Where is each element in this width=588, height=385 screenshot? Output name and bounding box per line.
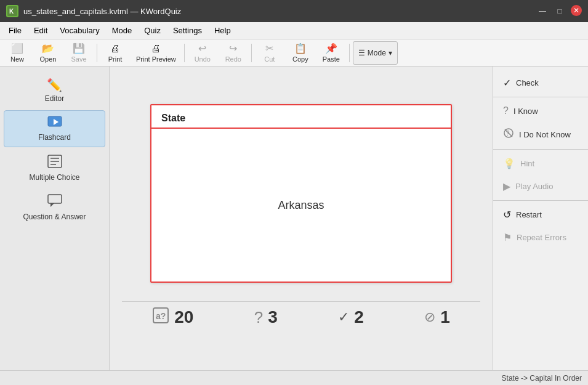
center-area: State Arkansas a? 20 ? 3 ✓ — [110, 67, 493, 370]
window-controls: — □ ✕ — [536, 5, 582, 17]
status-wrong: ⊘ 1 — [424, 307, 450, 327]
multiple-choice-icon — [47, 155, 62, 171]
save-label: Save — [71, 55, 86, 63]
wrong-icon: ⊘ — [424, 309, 435, 325]
sidebar-item-flashcard-label: Flashcard — [38, 133, 71, 142]
toolbar: ⬜ New 📂 Open 💾 Save 🖨 Print 🖨 Print Prev… — [0, 39, 588, 67]
menu-settings[interactable]: Settings — [167, 23, 208, 38]
menu-help[interactable]: Help — [208, 23, 237, 38]
toolbar-separator-3 — [251, 44, 252, 62]
copy-button[interactable]: 📋 Copy — [286, 41, 315, 65]
sidebar: ✏️ Editor Flashcard Multiple Cho — [0, 67, 110, 370]
correct-icon: ✓ — [338, 309, 349, 325]
copy-icon: 📋 — [294, 43, 307, 54]
print-icon: 🖨 — [110, 43, 120, 54]
sidebar-item-multiple-choice[interactable]: Multiple Choice — [4, 150, 105, 187]
right-panel: ✓ Check ? I Know ? I Do Not Know 💡 Hint … — [493, 67, 588, 370]
menu-vocabulary[interactable]: Vocabulary — [54, 23, 105, 38]
menu-file[interactable]: File — [2, 23, 28, 38]
right-separator-3 — [493, 200, 588, 201]
bottom-bar: State -> Capital In Order — [0, 370, 588, 385]
status-unknown: ? 3 — [254, 307, 278, 327]
undo-icon: ↩ — [198, 43, 206, 54]
print-preview-label: Print Preview — [136, 55, 176, 63]
app-icon: K — [6, 5, 18, 17]
menubar: File Edit Vocabulary Mode Quiz Settings … — [0, 22, 588, 39]
correct-count: 2 — [354, 307, 364, 327]
play-audio-icon: ▶ — [503, 180, 510, 192]
print-preview-button[interactable]: 🖨 Print Preview — [131, 41, 181, 65]
check-icon: ✓ — [503, 77, 511, 89]
menu-edit[interactable]: Edit — [28, 23, 54, 38]
print-preview-icon: 🖨 — [151, 43, 161, 54]
play-audio-button[interactable]: ▶ Play Audio — [496, 176, 586, 197]
repeat-errors-button[interactable]: ⚑ Repeat Errors — [496, 227, 586, 248]
svg-rect-8 — [48, 195, 62, 203]
right-separator-1 — [493, 97, 588, 97]
i-do-not-know-button[interactable]: ? I Do Not Know — [496, 123, 586, 146]
i-do-not-know-icon: ? — [503, 128, 514, 141]
restart-icon: ↺ — [503, 209, 511, 221]
hint-button[interactable]: 💡 Hint — [496, 153, 586, 174]
check-label: Check — [516, 78, 539, 87]
sidebar-item-flashcard[interactable]: Flashcard — [4, 110, 105, 147]
main-content: ✏️ Editor Flashcard Multiple Cho — [0, 67, 588, 370]
flashcard-content: Arkansas — [278, 199, 324, 212]
paste-button[interactable]: 📌 Paste — [316, 41, 346, 65]
mode-button[interactable]: ☰ Mode ▾ — [353, 41, 398, 65]
restart-label: Restart — [516, 210, 542, 219]
sidebar-item-multiple-choice-label: Multiple Choice — [29, 173, 79, 182]
flashcard-icon — [47, 116, 62, 131]
open-label: Open — [40, 55, 57, 63]
svg-marker-9 — [50, 203, 54, 207]
qa-icon — [47, 194, 62, 211]
menu-mode[interactable]: Mode — [106, 23, 139, 38]
i-know-label: I Know — [513, 107, 538, 116]
maximize-button[interactable]: □ — [554, 5, 566, 17]
svg-text:a?: a? — [156, 311, 166, 321]
svg-text:K: K — [9, 8, 14, 15]
flashcard-body: Arkansas — [151, 129, 451, 282]
repeat-errors-icon: ⚑ — [503, 232, 512, 243]
redo-button[interactable]: ↪ Redo — [219, 41, 248, 65]
close-button[interactable]: ✕ — [571, 5, 582, 16]
redo-icon: ↪ — [229, 43, 237, 54]
bottom-status-text: State -> Capital In Order — [502, 374, 582, 383]
status-strip: a? 20 ? 3 ✓ 2 ⊘ 1 — [122, 301, 480, 333]
hint-label: Hint — [520, 159, 534, 168]
undo-label: Undo — [195, 55, 211, 63]
restart-button[interactable]: ↺ Restart — [496, 204, 586, 225]
sidebar-item-qa[interactable]: Question & Answer — [4, 189, 105, 226]
i-know-button[interactable]: ? I Know — [496, 100, 586, 121]
paste-label: Paste — [323, 55, 340, 63]
copy-label: Copy — [292, 55, 308, 63]
mode-label: Mode — [368, 49, 386, 57]
sidebar-item-editor[interactable]: ✏️ Editor — [4, 73, 105, 108]
save-button[interactable]: 💾 Save — [64, 41, 94, 65]
undo-button[interactable]: ↩ Undo — [188, 41, 217, 65]
minimize-button[interactable]: — — [536, 5, 549, 17]
cut-label: Cut — [264, 55, 275, 63]
i-know-icon: ? — [503, 105, 509, 116]
sidebar-item-qa-label: Question & Answer — [23, 213, 86, 221]
wrong-count: 1 — [440, 307, 450, 327]
open-button[interactable]: 📂 Open — [33, 41, 63, 65]
mode-icon: ☰ — [358, 49, 365, 57]
menu-quiz[interactable]: Quiz — [138, 23, 167, 38]
repeat-errors-label: Repeat Errors — [517, 233, 566, 242]
right-separator-2 — [493, 149, 588, 150]
check-button[interactable]: ✓ Check — [496, 72, 586, 94]
sidebar-item-editor-label: Editor — [45, 94, 64, 103]
paste-icon: 📌 — [325, 43, 337, 54]
toolbar-separator-1 — [97, 44, 97, 62]
new-button[interactable]: ⬜ New — [2, 41, 32, 65]
i-do-not-know-label: I Do Not Know — [519, 130, 571, 139]
cut-button[interactable]: ✂ Cut — [255, 41, 284, 65]
status-total: a? 20 — [152, 307, 193, 328]
total-count: 20 — [174, 307, 193, 327]
status-correct: ✓ 2 — [338, 307, 364, 327]
window-title: us_states_and_capitals.kvtml — KWordQuiz — [23, 7, 181, 16]
print-label: Print — [108, 55, 123, 63]
print-button[interactable]: 🖨 Print — [100, 41, 130, 65]
new-icon: ⬜ — [11, 43, 23, 54]
